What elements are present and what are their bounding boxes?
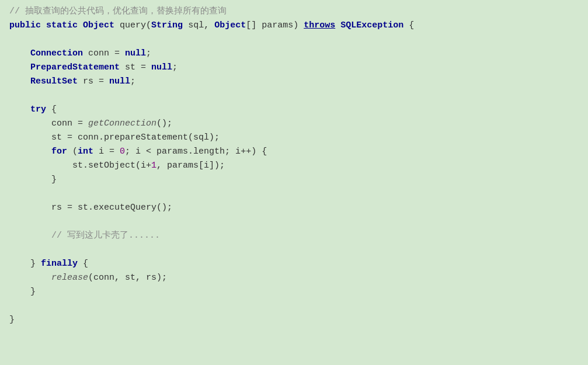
throws-keyword: throws	[304, 20, 335, 30]
line-try: try {	[9, 103, 579, 117]
line-for-close: }	[9, 173, 579, 187]
line-setobject: st.setObject(i+1, params[i]);	[9, 159, 579, 173]
line-getconn: conn = getConnection();	[9, 117, 579, 131]
comment-line-1: // 抽取查询的公共代码，优化查询，替换掉所有的查询	[9, 5, 579, 19]
empty-line-3	[9, 187, 579, 201]
method-signature: public static Object query(String sql, O…	[9, 19, 579, 33]
line-ps: PreparedStatement st = null;	[9, 61, 579, 75]
empty-line-4	[9, 215, 579, 229]
empty-line-5	[9, 243, 579, 257]
line-for: for (int i = 0; i < params.length; i++) …	[9, 145, 579, 159]
line-prepare: st = conn.prepareStatement(sql);	[9, 131, 579, 145]
line-conn: Connection conn = null;	[9, 47, 579, 61]
line-rs: ResultSet rs = null;	[9, 75, 579, 89]
line-release: release(conn, st, rs);	[9, 271, 579, 285]
line-finally-close: }	[9, 285, 579, 299]
line-comment-stuck: // 写到这儿卡壳了......	[9, 229, 579, 243]
empty-line-2	[9, 89, 579, 103]
code-editor: // 抽取查询的公共代码，优化查询，替换掉所有的查询 public static…	[0, 0, 588, 365]
empty-line-6	[9, 299, 579, 313]
line-execute: rs = st.executeQuery();	[9, 201, 579, 215]
line-method-close: }	[9, 313, 579, 327]
empty-line-1	[9, 33, 579, 47]
line-finally: } finally {	[9, 257, 579, 271]
